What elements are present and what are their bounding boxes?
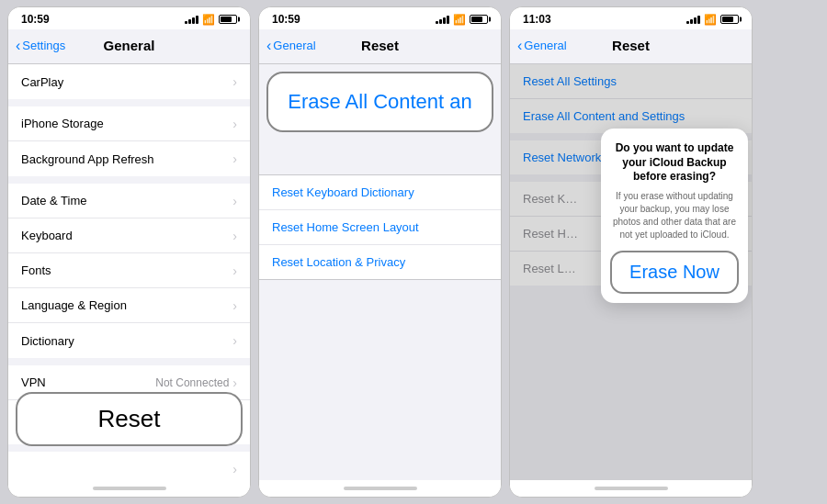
home-indicator-1 — [8, 480, 250, 497]
home-indicator-2 — [259, 480, 501, 497]
status-icons-1: 📶 — [185, 14, 237, 26]
bg-refresh-label: Background App Refresh — [21, 152, 154, 166]
reset-keyboard-dict-label: Reset Keyboard Dictionary — [272, 185, 414, 199]
list-item-datetime[interactable]: Date & Time › — [8, 184, 250, 218]
nav-bar-3: ‹ General Reset — [510, 29, 752, 64]
dictionary-chevron: › — [232, 333, 237, 348]
signal-icon-1 — [185, 15, 198, 24]
iphone-storage-label: iPhone Storage — [21, 117, 104, 130]
wifi-icon-3: 📶 — [704, 14, 717, 26]
reset-bubble-text: Reset — [98, 405, 161, 433]
list-item-extra1[interactable]: › — [8, 452, 250, 480]
section-storage: iPhone Storage › Background App Refresh … — [8, 106, 250, 176]
alert-title: Do you want to update your iCloud Backup… — [610, 141, 739, 185]
language-chevron: › — [232, 298, 237, 313]
status-icons-3: 📶 — [686, 14, 739, 26]
reset-keyboard-dict[interactable]: Reset Keyboard Dictionary — [259, 175, 501, 210]
reset-home-screen-label: Reset Home Screen Layout — [272, 220, 419, 234]
signal-icon-3 — [686, 15, 700, 24]
icloud-alert-box: Do you want to update your iCloud Backup… — [601, 129, 748, 303]
carplay-chevron: › — [232, 74, 237, 89]
home-bar-1 — [93, 487, 166, 490]
erase-now-text: Erase Now — [629, 262, 719, 283]
vpn-status: Not Connected — [155, 376, 229, 389]
storage-chevron: › — [232, 117, 237, 131]
battery-icon-3 — [720, 15, 739, 24]
nav-title-1: General — [104, 38, 155, 53]
icloud-alert-overlay: Do you want to update your iCloud Backup… — [510, 64, 752, 480]
list-item-iphone-storage[interactable]: iPhone Storage › — [8, 106, 250, 141]
fonts-chevron: › — [232, 263, 237, 278]
nav-bar-2: ‹ General Reset — [259, 29, 501, 64]
status-time-3: 11:03 — [523, 13, 551, 26]
screen3-erase-alert: 11:03 📶 ‹ General Reset Reset All Settin… — [509, 6, 753, 498]
reset-home-screen[interactable]: Reset Home Screen Layout — [259, 210, 501, 245]
home-bar-3 — [595, 487, 668, 490]
reset-bubble[interactable]: Reset — [16, 392, 243, 446]
carplay-label: CarPlay — [21, 75, 63, 89]
language-label: Language & Region — [21, 298, 127, 312]
nav-back-general-2[interactable]: ‹ General — [266, 39, 316, 53]
nav-back-settings[interactable]: ‹ Settings — [16, 39, 65, 53]
status-bar-2: 10:59 📶 — [259, 7, 501, 29]
dictionary-label: Dictionary — [21, 334, 74, 348]
extra1-chevron: › — [232, 462, 237, 476]
vpn-chevron: › — [232, 375, 237, 390]
battery-icon-1 — [219, 15, 237, 24]
keyboard-chevron: › — [232, 229, 237, 243]
home-indicator-3 — [510, 480, 752, 497]
nav-back-general-3[interactable]: ‹ General — [517, 39, 567, 53]
list-item-language[interactable]: Language & Region › — [8, 288, 250, 323]
vpn-label: VPN — [21, 375, 46, 389]
list-item-dictionary[interactable]: Dictionary › — [8, 323, 250, 358]
signal-icon-2 — [436, 15, 449, 24]
alert-body: If you erase without updating your backu… — [610, 190, 739, 241]
reset-location-privacy[interactable]: Reset Location & Privacy — [259, 245, 501, 279]
status-bar-3: 11:03 📶 — [510, 7, 752, 29]
reset3-content: Reset All Settings Erase All Content and… — [510, 64, 752, 480]
bg-refresh-chevron: › — [232, 151, 237, 166]
reset-screen-content: Erase All Content an Reset Keyboard Dict… — [259, 64, 501, 480]
nav-bar-1: ‹ Settings General — [8, 29, 250, 64]
vpn-right: Not Connected › — [155, 375, 237, 390]
status-time-2: 10:59 — [272, 13, 300, 26]
screen1-general: 10:59 📶 ‹ Settings General CarPlay — [7, 6, 251, 498]
status-icons-2: 📶 — [436, 14, 488, 26]
list-item-fonts[interactable]: Fonts › — [8, 253, 250, 288]
wifi-icon-2: 📶 — [453, 14, 466, 26]
back-label-2: General — [273, 39, 315, 52]
section-extra: › › — [8, 452, 250, 480]
status-time-1: 10:59 — [21, 13, 50, 26]
list-item-bg-refresh[interactable]: Background App Refresh › — [8, 141, 250, 176]
back-chevron-icon-2: ‹ — [266, 39, 271, 53]
back-label-1: Settings — [22, 39, 65, 52]
nav-title-2: Reset — [361, 38, 399, 53]
list-item-keyboard[interactable]: Keyboard › — [8, 218, 250, 253]
nav-title-3: Reset — [612, 38, 650, 53]
list-item-carplay[interactable]: CarPlay › — [8, 64, 250, 99]
back-chevron-icon-1: ‹ — [16, 39, 20, 53]
status-bar-1: 10:59 📶 — [8, 7, 250, 29]
section-carplay: CarPlay › — [8, 64, 250, 99]
reset-options-below: Reset Keyboard Dictionary Reset Home Scr… — [259, 174, 501, 280]
home-bar-2 — [344, 487, 417, 490]
back-chevron-icon-3: ‹ — [517, 39, 522, 53]
keyboard-label: Keyboard — [21, 229, 73, 242]
datetime-label: Date & Time — [21, 194, 87, 207]
reset-location-privacy-label: Reset Location & Privacy — [272, 255, 405, 269]
back-label-3: General — [524, 39, 566, 52]
erase-all-text: Erase All Content an — [288, 90, 472, 114]
battery-icon-2 — [470, 15, 488, 24]
screen2-reset: 10:59 📶 ‹ General Reset Erase All Conten… — [258, 6, 502, 498]
wifi-icon-1: 📶 — [202, 14, 215, 26]
erase-all-bubble[interactable]: Erase All Content an — [266, 72, 493, 132]
erase-now-bubble[interactable]: Erase Now — [610, 251, 739, 294]
datetime-chevron: › — [232, 194, 237, 208]
fonts-label: Fonts — [21, 263, 51, 277]
section-datetime: Date & Time › Keyboard › Fonts › Languag… — [8, 184, 250, 358]
